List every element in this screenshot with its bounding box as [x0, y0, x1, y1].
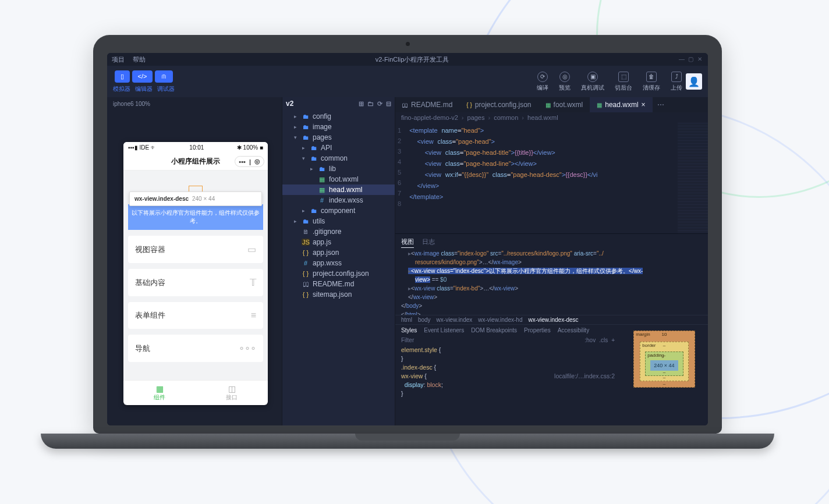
refresh-icon[interactable]: ⟳ — [377, 100, 382, 108]
editor-tab[interactable]: ▦head.wxml× — [590, 97, 652, 112]
breadcrumb-item[interactable]: common — [494, 114, 518, 121]
mode-debugger-button[interactable]: ⫙ — [155, 70, 173, 83]
collapse-icon[interactable]: ⊟ — [386, 100, 391, 108]
css-rule[interactable]: .index-desc {</span><br>&nbsp;&nbsp;<spa… — [401, 363, 615, 372]
dom-line[interactable]: ▸<wx-view class="index-desc">以下将展示小程序官方组… — [401, 267, 702, 275]
capsule-close-icon[interactable]: ◎ — [254, 158, 260, 165]
filter-opt[interactable]: + — [611, 337, 615, 343]
filter-input[interactable]: Filter — [401, 337, 584, 343]
breadcrumb-item[interactable]: head.wxml — [527, 114, 558, 121]
list-item[interactable]: 视图容器▭ — [128, 236, 263, 263]
styles-tab[interactable]: Event Listeners — [424, 327, 464, 333]
dom-tree[interactable]: ▸<wx-image class="index-logo" src="../re… — [395, 248, 708, 315]
toolbar-action-2[interactable]: ▣真机调试 — [581, 72, 604, 92]
tree-folder[interactable]: ▸🖿image — [282, 122, 395, 132]
tree-folder[interactable]: ▸🖿utils — [282, 216, 395, 226]
editor-tab[interactable]: { }project.config.json — [459, 97, 538, 112]
toolbar-action-1[interactable]: ◎预览 — [559, 72, 571, 92]
minimize-icon[interactable]: — — [679, 56, 685, 62]
avatar[interactable]: 👤 — [686, 73, 702, 90]
file-name: head.wxml — [329, 186, 362, 194]
menu-help[interactable]: 帮助 — [133, 55, 146, 64]
maximize-icon[interactable]: ▢ — [688, 56, 694, 62]
dom-crumb[interactable]: wx-view.index-desc — [528, 317, 578, 323]
dom-line[interactable]: </html> — [401, 310, 702, 315]
tree-folder[interactable]: ▸🖿lib — [282, 164, 395, 174]
styles-tab[interactable]: DOM Breakpoints — [471, 327, 517, 333]
tab-file-icon: 🕮 — [402, 102, 408, 108]
file-icon: 🖿 — [302, 134, 310, 141]
list-item[interactable]: 导航∘∘∘ — [128, 335, 263, 362]
close-icon[interactable]: ✕ — [697, 56, 703, 62]
styles-tab[interactable]: Styles — [401, 327, 417, 333]
tree-root-label[interactable]: v2 — [286, 100, 293, 108]
new-file-icon[interactable]: ⊞ — [359, 100, 364, 108]
filter-opt[interactable]: .cls — [599, 337, 608, 343]
toolbar-action-0[interactable]: ⟳编译 — [537, 72, 548, 92]
tabbar-item[interactable]: ◫接口 — [196, 381, 268, 405]
tree-file[interactable]: { }app.json — [282, 247, 395, 258]
tab-close-icon[interactable]: × — [642, 101, 646, 109]
list-item[interactable]: 表单组件≡ — [128, 302, 263, 329]
dom-line[interactable]: resources/kind/logo.png">…</wx-image> — [401, 258, 702, 267]
capsule-menu-icon[interactable]: ••• — [239, 158, 246, 165]
tree-folder[interactable]: ▸🖿component — [282, 205, 395, 216]
new-folder-icon[interactable]: 🗀 — [367, 100, 374, 108]
styles-tab[interactable]: Accessibility — [558, 327, 589, 333]
file-tree[interactable]: ▸🖿config▸🖿image▾🖿pages▸🖿API▾🖿common▸🖿lib… — [282, 110, 395, 425]
css-rules[interactable]: element.style {}.index-desc {</span><br>… — [395, 345, 621, 425]
toolbar-action-5[interactable]: ⤴上传 — [671, 72, 682, 92]
mode-simulator-button[interactable]: ▯ — [115, 70, 130, 83]
tree-folder[interactable]: ▾🖿pages — [282, 132, 395, 143]
file-name: foot.wxml — [329, 175, 359, 183]
css-rule[interactable]: wx-view {localfile:/…index.css:2 display… — [401, 372, 615, 398]
phone-body[interactable]: wx-view.index-desc 240 × 44 以下将展示小程序官方组件… — [123, 171, 268, 380]
tree-file[interactable]: #app.wxss — [282, 258, 395, 268]
highlight-block: 以下将展示小程序官方组件能力，组件样式仅供参考。 — [128, 204, 263, 230]
toolbar-action-3[interactable]: ⬚切后台 — [615, 72, 632, 92]
css-rule[interactable]: element.style {} — [401, 346, 615, 363]
breadcrumb-item[interactable]: pages — [467, 114, 485, 121]
tabbar-item[interactable]: ▦组件 — [123, 381, 196, 405]
tree-file[interactable]: ▦head.wxml — [282, 184, 395, 195]
tree-file[interactable]: ▦foot.wxml — [282, 174, 395, 184]
dom-crumb[interactable]: wx-view.index-hd — [478, 317, 522, 323]
editor-tab[interactable]: 🕮README.md — [395, 97, 459, 112]
dom-line[interactable]: ▸<wx-image class="index-logo" src="../re… — [401, 249, 702, 258]
tree-folder[interactable]: ▸🖿config — [282, 111, 395, 122]
styles-tab[interactable]: Properties — [524, 327, 551, 333]
tree-file[interactable]: { }sitemap.json — [282, 289, 395, 300]
tree-file[interactable]: #index.wxss — [282, 195, 395, 205]
breadcrumb-item[interactable]: fino-applet-demo-v2 — [401, 114, 458, 121]
tree-file[interactable]: { }project.config.json — [282, 268, 395, 279]
code-editor[interactable]: <template name="head"> <view class="page… — [406, 123, 678, 233]
breadcrumb[interactable]: fino-applet-demo-v2›pages›common›head.wx… — [395, 112, 708, 123]
editor-tab[interactable]: ▦foot.wxml — [539, 97, 590, 112]
minimap[interactable] — [678, 123, 708, 233]
tree-folder[interactable]: ▾🖿common — [282, 153, 395, 164]
simulator-phone[interactable]: ▪▪▪▮ IDE ᯤ 10:01 ✱ 100% ■ 小程序组件展示 ••• | … — [123, 142, 268, 405]
dom-line[interactable]: </body> — [401, 301, 702, 310]
tree-file[interactable]: 🕮README.md — [282, 279, 395, 289]
tabbar-icon: ◫ — [199, 384, 264, 393]
dom-line[interactable]: view> == $0 — [401, 275, 702, 284]
tabbar-icon: ▦ — [127, 384, 192, 393]
dom-line[interactable]: </wx-view> — [401, 293, 702, 301]
dom-crumbs[interactable]: htmlbodywx-view.indexwx-view.index-hdwx-… — [395, 315, 708, 324]
menu-project[interactable]: 项目 — [112, 55, 125, 64]
toolbar-action-4[interactable]: 🗑清缓存 — [643, 72, 660, 92]
tree-file[interactable]: 🗎.gitignore — [282, 226, 395, 237]
filter-opt[interactable]: :hov — [584, 337, 596, 343]
mode-editor-button[interactable]: </> — [132, 70, 153, 83]
dom-crumb[interactable]: wx-view.index — [437, 317, 473, 323]
list-item[interactable]: 基础内容𝕋 — [128, 269, 263, 296]
dom-crumb[interactable]: body — [418, 317, 431, 323]
devtools-tab-log[interactable]: 日志 — [422, 236, 435, 248]
dom-crumb[interactable]: html — [401, 317, 412, 323]
tree-file[interactable]: JSapp.js — [282, 237, 395, 247]
dom-line[interactable]: ▸<wx-view class="index-bd">…</wx-view> — [401, 284, 702, 293]
devtools-tab-view[interactable]: 视图 — [401, 236, 414, 248]
editor-tabs-more-icon[interactable]: ⋯ — [653, 101, 669, 109]
chevron-icon: ▸ — [302, 208, 307, 214]
tree-folder[interactable]: ▸🖿API — [282, 143, 395, 153]
